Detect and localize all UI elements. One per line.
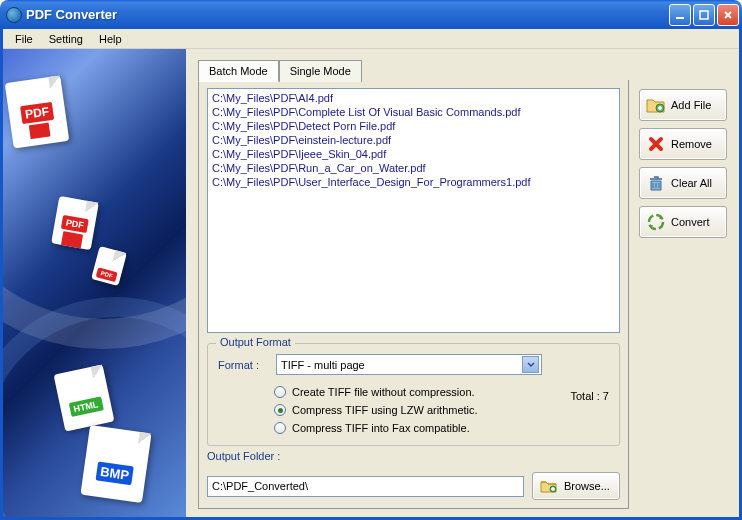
list-item[interactable]: C:\My_Files\PDF\Complete List Of Visual … xyxy=(212,105,615,119)
menu-bar: File Setting Help xyxy=(3,29,739,49)
format-select[interactable]: TIFF - multi page xyxy=(276,354,542,375)
output-folder-label: Output Folder : xyxy=(207,450,620,466)
tab-single-mode[interactable]: Single Mode xyxy=(279,60,362,82)
bmp-icon: BMP xyxy=(80,425,151,503)
remove-icon xyxy=(646,134,666,154)
output-folder-input[interactable]: C:\PDF_Converted\ xyxy=(207,476,524,497)
window-title: PDF Converter xyxy=(26,7,669,22)
remove-button[interactable]: Remove xyxy=(639,128,727,160)
output-format-legend: Output Format xyxy=(216,336,295,348)
list-item[interactable]: C:\My_Files\PDF\einstein-lecture.pdf xyxy=(212,133,615,147)
close-button[interactable] xyxy=(717,4,739,26)
chevron-down-icon xyxy=(522,356,539,373)
browse-button[interactable]: Browse... xyxy=(532,472,620,500)
list-item[interactable]: C:\My_Files\PDF\User_Interface_Design_Fo… xyxy=(212,175,615,189)
action-buttons: Add File Remove Clear All Convert xyxy=(639,81,727,509)
radio-label: Compress TIFF using LZW arithmetic. xyxy=(292,404,478,416)
svg-rect-0 xyxy=(676,17,684,19)
menu-help[interactable]: Help xyxy=(91,30,130,48)
list-item[interactable]: C:\My_Files\PDF\Ijeee_Skin_04.pdf xyxy=(212,147,615,161)
maximize-button[interactable] xyxy=(693,4,715,26)
title-bar: PDF Converter xyxy=(0,0,742,29)
menu-file[interactable]: File xyxy=(7,30,41,48)
list-item[interactable]: C:\My_Files\PDF\AI4.pdf xyxy=(212,91,615,105)
clear-all-button[interactable]: Clear All xyxy=(639,167,727,199)
add-file-button[interactable]: Add File xyxy=(639,89,727,121)
folder-icon xyxy=(539,476,559,496)
file-list[interactable]: C:\My_Files\PDF\AI4.pdfC:\My_Files\PDF\C… xyxy=(207,88,620,333)
add-file-icon xyxy=(646,95,666,115)
menu-setting[interactable]: Setting xyxy=(41,30,91,48)
radio-no-compression[interactable] xyxy=(274,386,286,398)
pdf-icon: PDF xyxy=(51,196,99,250)
svg-rect-1 xyxy=(700,11,708,19)
minimize-button[interactable] xyxy=(669,4,691,26)
total-count: Total : 7 xyxy=(570,390,609,402)
mode-tabs: Batch Mode Single Mode xyxy=(198,59,727,81)
format-label: Format : xyxy=(218,359,268,371)
radio-fax[interactable] xyxy=(274,422,286,434)
format-selected-value: TIFF - multi page xyxy=(281,359,522,371)
pdf-icon: PDF xyxy=(5,75,70,148)
convert-icon xyxy=(646,212,666,232)
decorative-sidebar: PDF PDF PDF HTML BMP xyxy=(3,49,186,517)
app-icon xyxy=(6,7,22,23)
radio-label: Compress TIFF into Fax compatible. xyxy=(292,422,470,434)
window-controls xyxy=(669,4,739,26)
convert-button[interactable]: Convert xyxy=(639,206,727,238)
list-item[interactable]: C:\My_Files\PDF\Detect Porn File.pdf xyxy=(212,119,615,133)
output-format-group: Output Format Format : TIFF - multi page xyxy=(207,343,620,446)
tab-batch-mode[interactable]: Batch Mode xyxy=(198,60,279,82)
radio-label: Create TIFF file without compression. xyxy=(292,386,475,398)
clear-icon xyxy=(646,173,666,193)
list-item[interactable]: C:\My_Files\PDF\Run_a_Car_on_Water.pdf xyxy=(212,161,615,175)
radio-lzw[interactable] xyxy=(274,404,286,416)
